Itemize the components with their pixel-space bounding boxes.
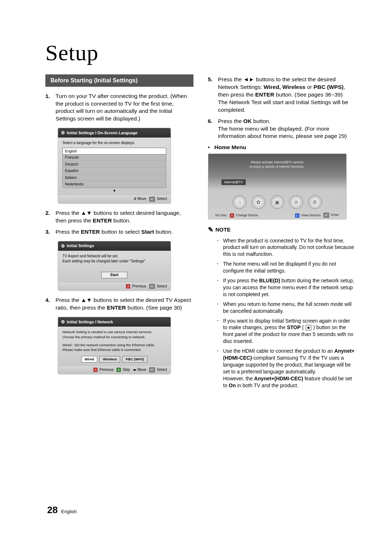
ui-panel-title: Initial Settings <box>67 243 94 249</box>
steps-left-2: 2. Press the ▲▼ buttons to select desire… <box>45 209 193 236</box>
footer-move: Move <box>138 197 146 201</box>
language-option[interactable]: Français <box>63 154 166 161</box>
steps-left-4: 4. Press the ▲▼ buttons to select the de… <box>45 296 193 312</box>
enter-label: Enter <box>331 213 339 217</box>
footer-skip: Skip <box>123 368 130 372</box>
note-item: ▪When the product is connected to TV for… <box>217 237 356 258</box>
page-number: 28 <box>47 504 58 515</box>
a-button-icon: A <box>230 213 234 218</box>
home-icon[interactable]: ⊘ <box>289 195 303 209</box>
step-number: 4. <box>45 296 56 312</box>
note-text: If you want to display Initial Setting s… <box>223 318 356 345</box>
ui-panel-body: Select a language for the on-screen disp… <box>58 138 171 195</box>
info-line: Each setting may be changed later under … <box>62 259 166 264</box>
change-device-label: Change Device <box>236 213 258 217</box>
ui-language-panel: ⚙ Initial Settings I On-Screen Language … <box>58 128 171 204</box>
note-item: ▪If you want to display Initial Setting … <box>217 318 356 345</box>
bullet-label: Home Menu <box>215 144 246 151</box>
language-option[interactable]: Italiano <box>63 175 166 181</box>
square-bullet-icon: ▪ <box>217 237 223 258</box>
ui-panel-header: ⚙ Initial Settings I Network <box>58 317 171 327</box>
home-icon[interactable]: ⚙ <box>308 195 322 209</box>
note-label: NOTE <box>216 226 231 233</box>
section-heading: Before Starting (Initial Settings) <box>45 74 193 87</box>
footer-select: Select <box>157 368 167 372</box>
note-item: ▪Use the HDMI cable to connect the produ… <box>217 348 356 389</box>
page-footer: 28 English <box>47 504 77 516</box>
note-item: ▪If you press the BLUE(D) button during … <box>217 277 356 298</box>
info-line: TV Aspect and Network will be set. <box>62 254 166 259</box>
ui-panel-footer: A Previous B Skip ◂▸ Move ↵ Select <box>58 365 171 374</box>
a-button-icon: A <box>126 284 130 289</box>
bullet-home-menu: • Home Menu <box>208 144 356 151</box>
square-bullet-icon: ▪ <box>217 277 223 298</box>
ui-panel-header: ⚙ Initial Settings I On-Screen Language <box>58 128 171 138</box>
ui-panel-footer: A Previous ↵ Select <box>58 282 171 290</box>
ui-panel-footer: ⇵ Move ↵ Select <box>58 195 171 203</box>
internet-tv-tab[interactable]: Internet@TV <box>221 179 246 185</box>
gear-icon: ⚙ <box>61 130 65 136</box>
home-menu-screenshot: Please activate Internet@TV service to e… <box>208 154 347 220</box>
home-icons-row: ♫ ✿ ▣ ⊘ ⚙ <box>208 195 346 209</box>
footer-select: Select <box>157 284 167 288</box>
network-buttons: Wired Wireless PBC (WPS) <box>62 356 166 363</box>
home-footer: No Disc A Change Device D View Devices ↵… <box>208 213 346 218</box>
view-devices-label: View Devices <box>301 213 321 217</box>
step-number: 3. <box>45 228 56 236</box>
step-6: 6. Press the OK button. The home menu wi… <box>208 118 356 140</box>
ui-panel-title: Initial Settings I On-Screen Language <box>67 130 138 136</box>
steps-right: 5. Press the ◄► buttons to the select th… <box>208 76 356 140</box>
gear-icon: ⚙ <box>61 243 65 249</box>
two-column-layout: Before Starting (Initial Settings) 1. Tu… <box>45 74 356 392</box>
net-line: Wired : Set the network connection using… <box>62 343 166 348</box>
note-text: When you return to home menu, the full s… <box>223 301 356 315</box>
more-indicator-icon: ▼ <box>62 188 166 193</box>
step-number: 1. <box>45 93 56 123</box>
page-language: English <box>61 509 77 514</box>
step-number: 2. <box>45 209 56 225</box>
footer-move: Move <box>138 368 146 372</box>
step-text: Press the ▲▼ buttons to select the desir… <box>56 296 193 312</box>
step-text: Press the ◄► buttons to the select the d… <box>218 76 356 114</box>
step-4: 4. Press the ▲▼ buttons to select the de… <box>45 296 193 312</box>
start-button[interactable]: Start <box>101 272 127 278</box>
footer-select: Select <box>157 197 167 201</box>
note-heading: ✎ NOTE <box>208 225 356 234</box>
d-button-icon: D <box>295 213 300 218</box>
language-option[interactable]: Español <box>63 168 166 175</box>
square-bullet-icon: ▪ <box>217 261 223 274</box>
step-text: Turn on your TV after connecting the pro… <box>56 93 193 123</box>
ui-network-panel: ⚙ Initial Settings I Network Network Set… <box>58 317 171 374</box>
manual-page: Setup Before Starting (Initial Settings)… <box>0 0 392 536</box>
wired-button[interactable]: Wired <box>81 356 97 363</box>
ui-panel-body: TV Aspect and Network will be set. Each … <box>58 251 171 282</box>
note-text: If you press the BLUE(D) button during t… <box>223 277 356 298</box>
ui-panel-header: ⚙ Initial Settings <box>58 241 171 251</box>
net-line: Choose the primary method for connecting… <box>62 335 166 340</box>
step-number: 5. <box>208 76 218 114</box>
updown-icon: ⇵ <box>134 197 136 201</box>
step-text: Press the ENTER button to select Start b… <box>56 228 193 236</box>
pbc-wps-button[interactable]: PBC (WPS) <box>122 356 147 363</box>
activate-message: Please activate Internet@TV service to e… <box>208 160 346 169</box>
leftright-icon: ◂▸ <box>133 368 136 372</box>
square-bullet-icon: ▪ <box>217 348 223 389</box>
note-text: Use the HDMI cable to connect the produc… <box>223 348 356 389</box>
note-text: The home menu will not be displayed if y… <box>223 261 356 274</box>
net-line: Please make sure that Ethernet cable is … <box>62 347 166 352</box>
step-1: 1. Turn on your TV after connecting the … <box>45 93 193 123</box>
footer-previous: Previous <box>132 284 146 288</box>
language-option[interactable]: English <box>62 148 166 155</box>
right-column: 5. Press the ◄► buttons to the select th… <box>208 74 356 392</box>
language-option[interactable]: Deutsch <box>63 161 166 168</box>
gear-icon: ⚙ <box>61 319 65 325</box>
wireless-button[interactable]: Wireless <box>99 356 120 363</box>
home-icon[interactable]: ✿ <box>252 195 265 209</box>
language-list: English Français Deutsch Español Italian… <box>62 148 166 188</box>
enter-icon: ↵ <box>323 213 329 218</box>
home-icon[interactable]: ▣ <box>270 195 284 209</box>
language-option[interactable]: Nederlands <box>63 181 166 188</box>
square-bullet-icon: ▪ <box>217 318 223 345</box>
home-icon[interactable]: ♫ <box>233 195 246 209</box>
b-button-icon: B <box>117 368 121 372</box>
